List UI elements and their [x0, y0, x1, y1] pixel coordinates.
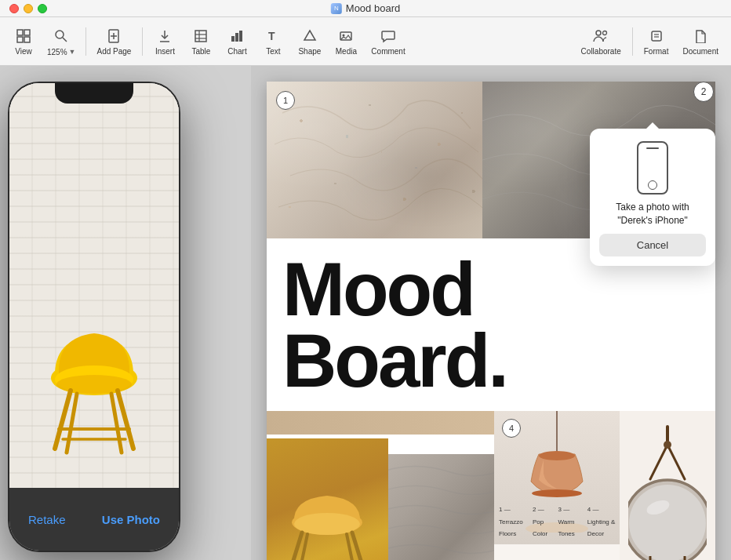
add-page-icon [104, 27, 123, 45]
svg-rect-15 [231, 36, 235, 42]
format-label: Format [644, 47, 669, 56]
svg-rect-24 [652, 31, 661, 41]
chair-photo [9, 83, 179, 488]
table-icon [191, 27, 210, 45]
warm-strip [267, 411, 508, 435]
chart-button[interactable]: Chart [220, 24, 254, 59]
toolbar-separator-1 [85, 27, 86, 56]
format-icon [647, 27, 666, 45]
mirror-area [620, 411, 715, 560]
page-badge-1: 1 [276, 91, 295, 110]
text-label: Text [266, 47, 280, 56]
svg-text:T: T [268, 30, 275, 42]
svg-rect-2 [17, 37, 23, 42]
svg-marker-19 [304, 31, 315, 40]
insert-label: Insert [155, 47, 175, 56]
toolbar-separator-2 [142, 27, 143, 56]
mood-board-title: Mood Board. [282, 253, 715, 396]
svg-line-38 [289, 533, 302, 560]
comment-label: Comment [371, 47, 405, 56]
text-icon: T [264, 27, 282, 45]
comment-icon [379, 27, 398, 45]
iphone-bottom-bar[interactable]: Retake Use Photo [9, 488, 179, 551]
svg-point-23 [603, 31, 607, 35]
svg-point-50 [664, 441, 671, 449]
insert-button[interactable]: Insert [147, 24, 182, 59]
document-icon [691, 27, 710, 45]
table-button[interactable]: Table [184, 24, 218, 59]
shape-icon [300, 27, 319, 45]
window-title: N Mood board [331, 2, 400, 14]
iphone-frame: Retake Use Photo [8, 82, 180, 552]
document-button[interactable]: Document [676, 24, 725, 59]
maximize-button[interactable] [38, 4, 47, 13]
svg-rect-0 [17, 30, 23, 35]
close-button[interactable] [9, 4, 19, 13]
svg-point-29 [56, 375, 132, 394]
table-label: Table [191, 47, 210, 56]
traffic-lights[interactable] [9, 4, 47, 13]
zoom-chevron-icon: ▼ [69, 48, 76, 56]
view-icon [14, 27, 33, 45]
svg-rect-3 [24, 37, 30, 42]
text-button[interactable]: T Text [256, 24, 290, 59]
toolbar-separator-3 [632, 27, 633, 56]
iphone-notch [55, 83, 133, 104]
popup-triangle [646, 122, 659, 129]
svg-line-39 [352, 533, 366, 560]
popup-phone-icon [637, 141, 668, 195]
svg-rect-11 [195, 31, 206, 42]
iphone-screen: Retake Use Photo [9, 83, 179, 551]
media-icon [336, 27, 355, 45]
media-button[interactable]: Media [329, 24, 363, 59]
svg-line-5 [63, 38, 67, 42]
view-label: View [15, 47, 32, 56]
use-photo-button[interactable]: Use Photo [102, 513, 160, 526]
svg-line-49 [667, 445, 685, 479]
toolbar: View 125% ▼ Add Page Insert Table [0, 17, 731, 66]
zoom-value: 125% [47, 48, 67, 56]
comment-button[interactable]: Comment [365, 24, 411, 59]
svg-rect-1 [24, 30, 30, 35]
app-icon: N [331, 3, 342, 14]
collaborate-button[interactable]: Collaborate [575, 24, 627, 59]
insert-icon [155, 27, 174, 45]
shape-label: Shape [298, 47, 321, 56]
main-area: Retake Use Photo 1 [0, 66, 731, 560]
iphone-container: Retake Use Photo [0, 66, 192, 560]
add-page-label: Add Page [97, 47, 132, 56]
caption-list: 1 — Terrazzo Floors 2 — Pop Color 3 — Wa… [499, 504, 620, 540]
svg-point-52 [629, 485, 706, 560]
svg-rect-17 [239, 31, 242, 42]
svg-point-21 [343, 35, 345, 37]
retake-button[interactable]: Retake [28, 513, 66, 526]
page-top-left-image [267, 82, 496, 238]
chart-label: Chart [227, 47, 246, 56]
svg-point-22 [596, 31, 601, 35]
title-bar: N Mood board [0, 0, 731, 17]
svg-line-48 [650, 445, 667, 479]
shape-button[interactable]: Shape [292, 24, 327, 59]
chart-icon [227, 27, 246, 45]
popup-text: Take a photo with "Derek's iPhone" [616, 201, 689, 227]
view-button[interactable]: View [6, 24, 41, 59]
page-bottom-left [267, 411, 508, 560]
zoom-icon [52, 27, 71, 45]
svg-point-4 [56, 31, 64, 38]
format-button[interactable]: Format [638, 24, 675, 59]
svg-rect-16 [235, 33, 238, 42]
popup-cancel-button[interactable]: Cancel [599, 234, 706, 256]
svg-point-44 [539, 451, 575, 460]
collaborate-icon [591, 27, 610, 45]
add-page-button[interactable]: Add Page [91, 24, 138, 59]
document-label: Document [682, 47, 718, 56]
svg-point-45 [532, 489, 582, 497]
page-badge-4: 4 [502, 419, 521, 438]
page-bottom-right: 4 [494, 411, 715, 560]
minimize-button[interactable] [24, 4, 33, 13]
zoom-button[interactable]: 125% ▼ [42, 24, 81, 60]
page-2-badge: 2 [693, 82, 714, 102]
chair-svg [31, 315, 157, 472]
collaborate-label: Collaborate [581, 47, 621, 56]
svg-point-37 [294, 513, 360, 535]
